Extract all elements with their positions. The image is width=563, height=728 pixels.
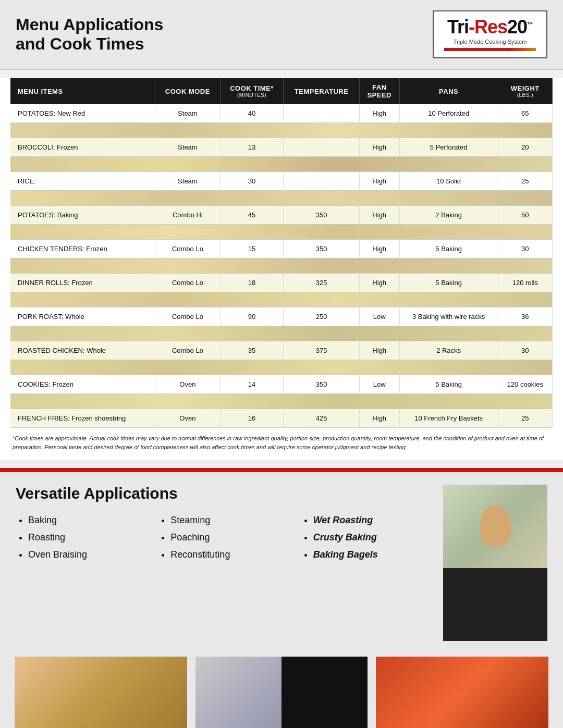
col-cook-mode: COOK MODE (155, 78, 221, 104)
versatile-right (443, 485, 547, 641)
table-cell-temp (284, 172, 360, 191)
table-cell-fan: High (359, 172, 399, 191)
table-cell-time: 14 (220, 375, 284, 394)
table-row: POTATOES: New RedSteam40High10 Perforate… (10, 104, 553, 123)
table-cell-item: POTATOES: Baking (10, 206, 155, 225)
table-cell-pans: 3 Baking with wire racks (399, 307, 498, 326)
app-col-2: Steaming Poaching Reconstituting (158, 515, 300, 566)
table-cell-weight: 30 (498, 240, 552, 258)
app-col-1: Baking Roasting Oven Braising (16, 515, 158, 566)
food-image-strip (10, 123, 553, 138)
title-line1: Menu Applications (16, 15, 163, 34)
table-cell-item: POTATOES: New Red (10, 104, 155, 123)
food-image-strip (10, 394, 553, 409)
table-row: POTATOES: BakingCombo Hi45350High2 Bakin… (10, 206, 553, 225)
table-cell-fan: High (359, 409, 399, 428)
table-cell-mode: Oven (155, 375, 221, 394)
bottom-photos (0, 657, 563, 728)
person-eating-photo (443, 485, 547, 568)
versatile-section: Versatile Applications Baking Roasting O… (0, 468, 563, 728)
table-row: FRENCH FRIES: Frozen shoestringOven16425… (10, 409, 553, 428)
table-cell-item: PORK ROAST: Whole (10, 307, 155, 326)
table-cell-pans: 5 Baking (399, 274, 498, 292)
table-cell-item: CHICKEN TENDERS: Frozen (10, 240, 155, 258)
table-row: ROASTED CHICKEN: WholeCombo Lo35375High2… (10, 341, 553, 360)
table-cell-temp: 325 (284, 274, 360, 292)
app-item: Crusty Baking (313, 532, 443, 543)
footnote: *Cook times are approximate. Actual cook… (10, 428, 553, 460)
table-row: CHICKEN TENDERS: FrozenCombo Lo15350High… (10, 240, 553, 258)
col-cook-time: COOK TIME* (MINUTES) (220, 78, 284, 104)
table-cell-weight: 50 (498, 206, 552, 225)
table-cell-pans: 5 Baking (399, 375, 498, 394)
table-cell-weight: 25 (498, 409, 552, 428)
table-cell-pans: 2 Baking (399, 206, 498, 225)
versatile-inner: Versatile Applications Baking Roasting O… (0, 472, 563, 657)
logo-tagline: Triple Mode Cooking System (454, 39, 527, 45)
logo-tm: ™ (527, 21, 533, 28)
table-cell-temp (284, 104, 360, 123)
pasta-photo (376, 657, 548, 728)
table-row: PORK ROAST: WholeCombo Lo90250Low3 Bakin… (10, 307, 553, 326)
table-cell-pans: 10 Solid (399, 172, 498, 191)
table-cell-mode: Oven (155, 409, 221, 428)
table-header-row: MENU ITEMS COOK MODE COOK TIME* (MINUTES… (10, 78, 553, 104)
logo-20: 20 (507, 16, 527, 38)
table-cell-time: 35 (220, 341, 284, 360)
table-cell-time: 16 (220, 409, 284, 428)
app-col-3: Wet Roasting Crusty Baking Baking Bagels (301, 515, 443, 566)
col-weight: WEIGHT(LBS.) (498, 78, 552, 104)
table-cell-weight: 20 (498, 138, 552, 157)
table-cell-temp: 350 (284, 240, 360, 258)
table-cell-item: FRENCH FRIES: Frozen shoestring (10, 409, 155, 428)
cook-times-table: MENU ITEMS COOK MODE COOK TIME* (MINUTES… (10, 78, 553, 428)
red-bar (0, 468, 563, 472)
table-cell-mode: Combo Lo (155, 274, 221, 292)
table-cell-time: 45 (220, 206, 284, 225)
logo-tri: Tri (447, 16, 469, 38)
table-cell-temp (284, 138, 360, 157)
logo-res: -Res (469, 16, 507, 38)
table-cell-weight: 25 (498, 172, 552, 191)
table-cell-fan: High (359, 341, 399, 360)
table-cell-mode: Combo Lo (155, 341, 221, 360)
food-image-strip (10, 360, 553, 375)
table-cell-item: ROASTED CHICKEN: Whole (10, 341, 155, 360)
table-cell-fan: Low (359, 375, 399, 394)
table-cell-time: 90 (220, 307, 284, 326)
table-cell-mode: Steam (155, 138, 221, 157)
logo-text: Tri-Res20™ (447, 18, 533, 36)
table-cell-temp: 250 (284, 307, 360, 326)
table-cell-weight: 36 (498, 307, 552, 326)
table-cell-fan: High (359, 274, 399, 292)
app-item: Wet Roasting (313, 515, 443, 526)
col-fan-speed: FANSPEED (359, 78, 399, 104)
table-cell-temp: 350 (284, 375, 360, 394)
table-section: MENU ITEMS COOK MODE COOK TIME* (MINUTES… (0, 78, 563, 460)
table-cell-fan: High (359, 240, 399, 258)
brand-logo: Tri-Res20™ Triple Mode Cooking System (433, 10, 547, 58)
table-row: DINNER ROLLS: FrozenCombo Lo18325High5 B… (10, 274, 553, 292)
table-cell-weight: 120 rolls (498, 274, 552, 292)
app-item: Oven Braising (28, 549, 158, 560)
app-item: Reconstituting (170, 549, 300, 560)
table-cell-mode: Combo Lo (155, 240, 221, 258)
black-overlay (282, 657, 368, 728)
table-row: RICE:Steam30High10 Solid25 (10, 172, 553, 191)
app-item: Steaming (170, 515, 300, 526)
app-item: Poaching (170, 532, 300, 543)
app-item: Roasting (28, 532, 158, 543)
title-line2: and Cook Times (16, 34, 144, 53)
table-cell-pans: 10 French Fry Baskets (399, 409, 498, 428)
food-image-strip (10, 157, 553, 172)
table-cell-item: BROCCOLI: Frozen (10, 138, 155, 157)
table-cell-fan: High (359, 138, 399, 157)
col-temperature: TEMPERATURE (284, 78, 360, 104)
food-image-strip (10, 326, 553, 341)
table-cell-mode: Combo Hi (155, 206, 221, 225)
page-title: Menu Applications and Cook Times (16, 15, 163, 54)
page-header: Menu Applications and Cook Times Tri-Res… (0, 0, 563, 70)
table-cell-pans: 5 Baking (399, 240, 498, 258)
table-cell-pans: 5 Perforated (399, 138, 498, 157)
food-image-strip (10, 225, 553, 240)
